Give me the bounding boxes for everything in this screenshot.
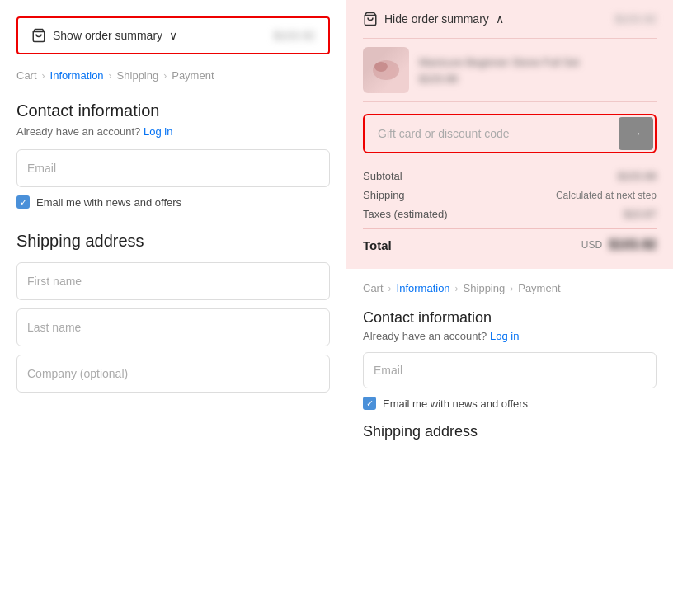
hide-order-left: Hide order summary ∧ [363,12,504,26]
gift-card-section: → [363,114,657,153]
contact-subtitle: Already have an account? Log in [16,125,330,138]
cart-icon [31,28,46,43]
svg-point-3 [374,62,388,72]
newsletter-label: Email me with news and offers [36,196,181,209]
breadcrumb-right-sep2: › [455,283,459,294]
company-field[interactable] [16,355,330,393]
contact-subtitle-right: Already have an account? Log in [363,330,657,342]
hide-order-price: $103.92 [614,12,657,26]
breadcrumb-right-information: Information [397,282,450,294]
login-link-right[interactable]: Log in [490,330,519,342]
total-row: Total USD $103.92 [363,237,657,252]
subtotal-label: Subtotal [363,170,402,182]
newsletter-checkbox-right[interactable]: ✓ [363,397,376,410]
product-price: $103.98 [419,73,657,85]
breadcrumb-right-sep3: › [510,283,513,294]
contact-section-right: Contact information Already have an acco… [363,309,657,410]
product-info: Manicure Beginner Stone Full Set $103.98 [419,55,657,84]
firstname-field[interactable] [16,262,330,300]
shipping-note: Calculated at next step [556,190,657,201]
summary-price: $103.92 [273,29,315,42]
chevron-up-icon: ∧ [496,12,504,26]
contact-title-right: Contact information [363,309,657,327]
newsletter-row-right: ✓ Email me with news and offers [363,397,657,410]
contact-section: Contact information Already have an acco… [16,101,330,209]
total-value: $103.92 [609,237,657,252]
right-panel: Hide order summary ∧ $103.92 Manicure Be… [346,0,673,616]
breadcrumb-information: Information [50,69,104,82]
gift-card-input[interactable] [366,117,612,150]
login-link[interactable]: Log in [144,125,172,138]
order-summary-top: Hide order summary ∧ $103.92 Manicure Be… [346,0,673,269]
breadcrumb-payment: Payment [172,69,214,82]
taxes-label: Taxes (estimated) [363,208,448,220]
contact-title: Contact information [16,101,330,120]
breadcrumb-right-shipping: Shipping [464,282,506,294]
show-order-summary-label: Show order summary [53,29,162,42]
arrow-right-icon: → [629,126,642,141]
check-icon: ✓ [20,197,27,208]
totals-divider [363,228,657,229]
breadcrumb-shipping: Shipping [117,69,159,82]
product-thumbnail [369,54,402,87]
product-image [363,47,409,93]
breadcrumb: Cart › Information › Shipping › Payment [16,69,330,82]
subtotal-value: $103.98 [618,170,657,182]
gift-card-apply-button[interactable]: → [619,117,653,150]
check-icon-right: ✓ [366,398,374,409]
subtotal-row: Subtotal $103.98 [363,170,657,182]
breadcrumb-sep-2: › [109,70,112,82]
cart-icon-right [363,12,378,26]
svg-point-4 [386,65,396,78]
hide-order-label: Hide order summary [384,12,489,26]
left-panel: Show order summary ∨ $103.92 Cart › Info… [0,0,346,616]
taxes-row: Taxes (estimated) $10.87 [363,208,657,220]
breadcrumb-sep-1: › [42,70,45,82]
totals-section: Subtotal $103.98 Shipping Calculated at … [363,167,657,252]
product-name: Manicure Beginner Stone Full Set [419,55,657,70]
lastname-field[interactable] [16,308,330,346]
total-right: USD $103.92 [581,237,657,252]
total-label: Total [363,238,392,252]
breadcrumb-cart: Cart [16,69,37,82]
shipping-row: Shipping Calculated at next step [363,189,657,201]
taxes-value: $10.87 [624,208,657,220]
breadcrumb-right: Cart › Information › Shipping › Payment [363,282,657,294]
shipping-title: Shipping address [16,232,330,251]
breadcrumb-right-cart: Cart [363,282,384,294]
breadcrumb-sep-3: › [163,70,167,82]
breadcrumb-right-sep1: › [388,283,392,294]
newsletter-label-right: Email me with news and offers [383,397,528,410]
shipping-label: Shipping [363,189,405,201]
currency-label: USD [581,239,602,251]
email-field[interactable] [16,149,330,187]
product-row: Manicure Beginner Stone Full Set $103.98 [363,38,657,102]
email-field-right[interactable] [363,352,657,388]
chevron-down-icon: ∨ [169,29,177,42]
hide-order-bar[interactable]: Hide order summary ∧ $103.92 [363,0,657,38]
show-order-summary-left: Show order summary ∨ [31,28,177,43]
newsletter-checkbox[interactable]: ✓ [16,195,30,209]
breadcrumb-right-payment: Payment [518,282,560,294]
show-order-summary-bar[interactable]: Show order summary ∨ $103.92 [16,16,330,54]
order-summary-bottom: Cart › Information › Shipping › Payment … [346,269,673,616]
shipping-title-right: Shipping address [363,423,657,440]
shipping-address-section: Shipping address [16,232,330,401]
newsletter-checkbox-row: ✓ Email me with news and offers [16,195,330,209]
